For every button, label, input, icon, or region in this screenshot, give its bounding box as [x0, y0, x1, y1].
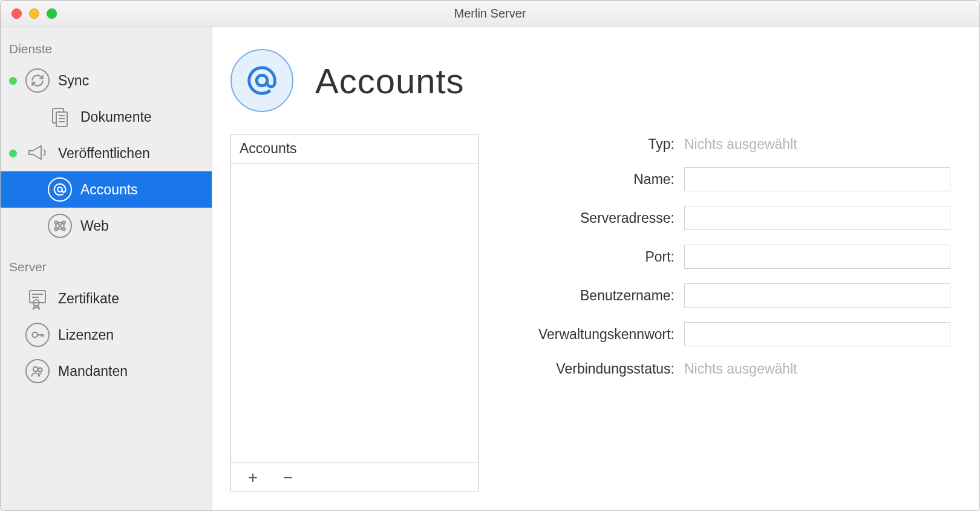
- status-dot-icon: [9, 77, 17, 85]
- svg-point-17: [256, 75, 267, 86]
- accounts-list-header: Accounts: [231, 134, 478, 163]
- type-label: Typ:: [493, 136, 675, 153]
- svg-point-8: [54, 228, 57, 230]
- main-header: Accounts: [230, 45, 950, 134]
- page-title: Accounts: [315, 61, 465, 101]
- remove-account-button[interactable]: −: [279, 469, 296, 486]
- add-account-button[interactable]: +: [244, 469, 261, 486]
- svg-point-15: [33, 367, 38, 372]
- users-icon: [25, 359, 50, 383]
- svg-point-16: [38, 368, 42, 372]
- traffic-lights: [1, 8, 57, 19]
- at-sign-icon: [230, 49, 293, 112]
- sidebar-item-zertifikate[interactable]: Zertifikate: [1, 280, 212, 317]
- sidebar-item-dokumente[interactable]: Dokumente: [1, 99, 212, 135]
- connectionstatus-label: Verbindungsstatus:: [493, 361, 675, 377]
- connectionstatus-value: Nichts ausgewählt: [684, 361, 797, 377]
- sidebar-item-label: Zertifikate: [58, 291, 119, 307]
- sidebar-section-server: Server: [1, 244, 212, 280]
- username-field[interactable]: [684, 283, 950, 308]
- sidebar-item-label: Mandanten: [58, 363, 128, 380]
- documents-icon: [48, 105, 72, 129]
- sidebar-item-sync[interactable]: Sync: [1, 62, 212, 99]
- type-value: Nichts ausgewählt: [684, 136, 797, 153]
- password-field[interactable]: [684, 322, 950, 346]
- sidebar-item-web[interactable]: Web: [1, 208, 212, 244]
- sidebar-item-veroeffentlichen[interactable]: Veröffentlichen: [1, 135, 212, 171]
- sidebar-item-label: Sync: [58, 73, 89, 89]
- svg-point-7: [62, 221, 65, 223]
- window-minimize-button[interactable]: [29, 8, 39, 19]
- sync-icon: [25, 68, 50, 93]
- certificate-icon: [25, 286, 50, 311]
- account-form: Typ: Nichts ausgewählt Name: Serveradres…: [493, 134, 950, 492]
- sidebar: Dienste Sync: [1, 27, 212, 510]
- sidebar-item-label: Web: [80, 218, 109, 234]
- port-label: Port:: [493, 249, 675, 265]
- main-content: Accounts Accounts + − Typ: Nichts ausgew…: [212, 27, 979, 510]
- serveraddress-label: Serveradresse:: [493, 210, 675, 226]
- at-sign-icon: [48, 177, 72, 202]
- sidebar-item-label: Accounts: [80, 182, 138, 198]
- password-label: Verwaltungskennwort:: [493, 326, 675, 343]
- sidebar-item-label: Dokumente: [80, 109, 152, 125]
- svg-point-9: [62, 228, 65, 230]
- serveraddress-field[interactable]: [684, 206, 950, 230]
- megaphone-icon: [25, 141, 50, 165]
- window-close-button[interactable]: [11, 8, 22, 19]
- titlebar[interactable]: Merlin Server: [1, 1, 979, 27]
- accounts-list-footer: + −: [231, 463, 478, 492]
- sidebar-item-label: Veröffentlichen: [58, 145, 150, 162]
- window-zoom-button[interactable]: [47, 8, 57, 19]
- accounts-list-body[interactable]: [231, 163, 478, 463]
- sidebar-section-dienste: Dienste: [1, 38, 212, 62]
- name-field[interactable]: [684, 167, 950, 191]
- window: Merlin Server Dienste Sync: [0, 0, 980, 511]
- sidebar-item-mandanten[interactable]: Mandanten: [1, 353, 212, 389]
- svg-point-14: [32, 332, 38, 338]
- accounts-listbox: Accounts + −: [230, 134, 479, 492]
- sidebar-item-label: Lizenzen: [58, 327, 114, 343]
- username-label: Benutzername:: [493, 288, 675, 304]
- name-label: Name:: [493, 171, 675, 188]
- sidebar-item-accounts[interactable]: Accounts: [1, 171, 212, 208]
- svg-point-6: [54, 221, 57, 223]
- window-title: Merlin Server: [1, 7, 979, 21]
- network-icon: [48, 214, 72, 238]
- status-dot-icon: [9, 150, 17, 157]
- sidebar-item-lizenzen[interactable]: Lizenzen: [1, 317, 212, 353]
- port-field[interactable]: [684, 245, 950, 269]
- svg-point-5: [57, 187, 62, 192]
- key-icon: [25, 323, 50, 347]
